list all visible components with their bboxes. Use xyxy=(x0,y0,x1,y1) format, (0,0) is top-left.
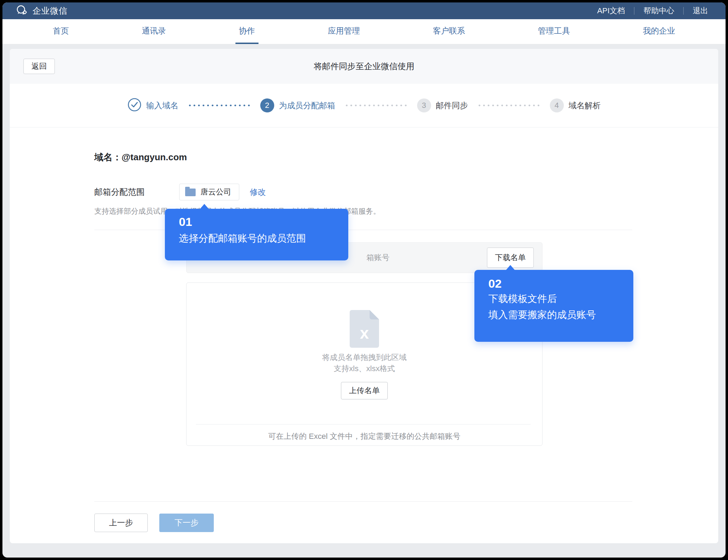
step-3-label: 邮件同步 xyxy=(436,100,468,111)
step-2-assign-mailbox: 2 为成员分配邮箱 xyxy=(260,98,335,112)
step-1-label: 输入域名 xyxy=(146,100,179,111)
step-4-number: 4 xyxy=(550,98,564,112)
wizard-footer: 上一步 下一步 xyxy=(94,514,632,532)
step-1-enter-domain: 输入域名 xyxy=(128,98,179,113)
step-2-label: 为成员分配邮箱 xyxy=(279,100,335,111)
nav-item-home[interactable]: 首页 xyxy=(49,19,72,44)
brand-name: 企业微信 xyxy=(32,5,67,16)
scope-chip-label: 唐云公司 xyxy=(201,187,231,197)
dropzone-hint: 将成员名单拖拽到此区域 支持xls、xlsx格式 xyxy=(187,352,542,374)
nav-item-contacts[interactable]: 通讯录 xyxy=(138,19,169,44)
step-2-number: 2 xyxy=(260,98,274,112)
upload-list-button[interactable]: 上传名单 xyxy=(341,382,388,399)
topbar-links: API文档 帮助中心 退出 xyxy=(597,6,708,16)
tooltip-step-01: 01 选择分配邮箱账号的成员范围 xyxy=(165,209,348,260)
nav-item-my-company[interactable]: 我的企业 xyxy=(640,19,679,44)
topbar-separator xyxy=(634,7,634,15)
step-connector xyxy=(344,104,408,106)
logout-link[interactable]: 退出 xyxy=(693,6,708,16)
nav-item-customer-contact[interactable]: 客户联系 xyxy=(429,19,468,44)
next-step-button[interactable]: 下一步 xyxy=(159,514,214,532)
nav-item-app-management[interactable]: 应用管理 xyxy=(324,19,363,44)
nav-item-admin-tools[interactable]: 管理工具 xyxy=(534,19,574,44)
page-header: 返回 将邮件同步至企业微信使用 xyxy=(10,49,718,84)
nav-item-collaboration[interactable]: 协作 xyxy=(235,19,259,44)
modify-link[interactable]: 修改 xyxy=(250,187,266,198)
domain-row: 域名：@tangyun.com xyxy=(94,151,632,163)
footer-divider xyxy=(94,501,632,502)
topbar: 企业微信 API文档 帮助中心 退出 xyxy=(2,2,726,19)
step-3-number: 3 xyxy=(417,98,431,112)
previous-step-button[interactable]: 上一步 xyxy=(94,514,148,532)
tooltip-02-number: 02 xyxy=(488,277,633,290)
panel-header-text: 箱账号 xyxy=(366,252,390,263)
svg-text:x: x xyxy=(360,324,369,342)
domain-label: 域名： xyxy=(94,152,122,162)
app-window: 企业微信 API文档 帮助中心 退出 首页 通讯录 协作 应用管理 客户联系 管… xyxy=(2,2,726,558)
api-docs-link[interactable]: API文档 xyxy=(597,6,625,16)
tooltip-01-number: 01 xyxy=(179,215,348,229)
tooltip-02-text-line2: 填入需要搬家的成员账号 xyxy=(488,307,633,323)
back-button[interactable]: 返回 xyxy=(23,59,55,74)
excel-note: 可在上传的 Excel 文件中，指定需要迁移的公共邮箱账号 xyxy=(187,431,542,442)
step-4-label: 域名解析 xyxy=(569,100,601,111)
dropzone-hint-line2: 支持xls、xlsx格式 xyxy=(187,363,542,374)
step-connector xyxy=(477,104,541,106)
main-nav: 首页 通讯录 协作 应用管理 客户联系 管理工具 我的企业 xyxy=(2,19,726,44)
topbar-separator xyxy=(683,7,684,15)
page-title: 将邮件同步至企业微信使用 xyxy=(10,61,718,72)
tooltip-02-text-line1: 下载模板文件后 xyxy=(488,291,633,307)
excel-file-icon: x xyxy=(350,310,379,348)
domain-value: @tangyun.com xyxy=(122,152,187,162)
step-indicator: 输入域名 2 为成员分配邮箱 3 邮件同步 4 域名解析 xyxy=(10,84,718,127)
dropzone-divider xyxy=(196,424,531,425)
folder-icon xyxy=(185,189,196,196)
tooltip-01-text: 选择分配邮箱账号的成员范围 xyxy=(179,231,348,246)
scope-label: 邮箱分配范围 xyxy=(94,186,179,198)
brand: 企业微信 xyxy=(16,5,67,17)
dropzone-hint-line1: 将成员名单拖拽到此区域 xyxy=(187,352,542,363)
tooltip-step-02: 02 下载模板文件后 填入需要搬家的成员账号 xyxy=(474,270,633,342)
scope-department-chip[interactable]: 唐云公司 xyxy=(179,184,239,200)
step-3-mail-sync: 3 邮件同步 xyxy=(417,98,468,112)
help-center-link[interactable]: 帮助中心 xyxy=(643,6,674,16)
wework-logo-icon xyxy=(16,5,28,17)
step-connector xyxy=(188,104,251,106)
mailbox-scope-row: 邮箱分配范围 唐云公司 修改 xyxy=(94,184,632,200)
step-1-check-icon xyxy=(128,98,141,113)
step-4-domain-resolution: 4 域名解析 xyxy=(550,98,601,112)
